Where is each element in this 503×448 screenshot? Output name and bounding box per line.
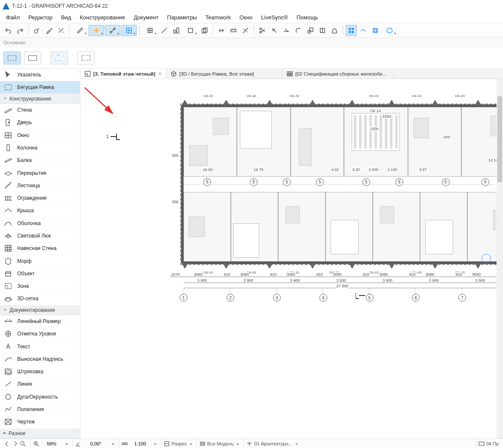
- layer-dropdown[interactable]: [294, 441, 298, 446]
- tool-railing[interactable]: Ограждение: [0, 192, 80, 204]
- toolbox-category-design[interactable]: Конструирование: [0, 94, 80, 104]
- toolbox-category-document[interactable]: Документирование: [0, 305, 80, 315]
- tool-beam[interactable]: Балка: [0, 154, 80, 167]
- tool-drawing[interactable]: Чертеж: [0, 416, 80, 428]
- marquee-rect-alt-button[interactable]: [77, 52, 95, 64]
- menu-teamwork[interactable]: Teamwork: [201, 13, 235, 22]
- zoom-icon[interactable]: [33, 441, 39, 447]
- zoom-dropdown[interactable]: [64, 441, 68, 446]
- tool-column[interactable]: Колонна: [0, 142, 80, 154]
- tab-3d[interactable]: [3D / Бегущая Рамка, Все этажи]: [166, 69, 282, 79]
- magic-wand-button[interactable]: [55, 25, 67, 36]
- section-dropdown[interactable]: [188, 441, 192, 446]
- tool-pointer[interactable]: Указатель: [0, 69, 80, 81]
- selection-dropdown[interactable]: [183, 25, 198, 36]
- fillet-button[interactable]: [293, 25, 304, 36]
- tab-close-button[interactable]: ×: [158, 70, 162, 77]
- model-dropdown[interactable]: [235, 441, 239, 446]
- intersect-button[interactable]: [281, 25, 292, 36]
- tool-polyline[interactable]: Полилиния: [0, 403, 80, 416]
- toolbox-category-more[interactable]: Разное: [0, 429, 80, 439]
- drawing-viewport[interactable]: 1: [80, 79, 503, 439]
- measure-button[interactable]: [159, 25, 170, 36]
- right-panel-value[interactable]: 04 Пр: [486, 441, 499, 446]
- tool-stair[interactable]: Лестница: [0, 180, 80, 192]
- menu-design[interactable]: Конструирование: [75, 13, 129, 22]
- menu-help[interactable]: Помощь: [292, 13, 322, 22]
- inplace-button[interactable]: [370, 25, 381, 36]
- edit-dim-button[interactable]: [228, 25, 239, 36]
- tool-fill[interactable]: Штриховка: [0, 366, 80, 378]
- nav-back-icon[interactable]: [4, 441, 10, 447]
- tool-wall[interactable]: Стена: [0, 104, 80, 116]
- tool-slab[interactable]: Перекрытие: [0, 167, 80, 179]
- cut-button[interactable]: [257, 25, 268, 36]
- tool-lineardim[interactable]: 1.2Линейный Размер: [0, 315, 80, 328]
- layer-value[interactable]: 01 Архитектурн...: [254, 441, 292, 446]
- angle-dropdown[interactable]: [110, 441, 114, 446]
- tab-schedule[interactable]: [02 Спецификация сборных железобе...: [282, 69, 394, 79]
- tool-text[interactable]: Текст: [0, 341, 80, 353]
- tool-zone[interactable]: Зона: [0, 280, 80, 293]
- tool-object[interactable]: Объект: [0, 268, 80, 280]
- eyedropper-button[interactable]: [43, 25, 55, 36]
- tool-marquee[interactable]: Бегущая Рамка: [0, 81, 80, 94]
- tool-morph[interactable]: Морф: [0, 255, 80, 267]
- zoom-fit-icon[interactable]: [20, 441, 26, 447]
- suspend-groups-button[interactable]: [171, 25, 182, 36]
- snap-guide-dropdown[interactable]: [89, 25, 104, 36]
- home-button[interactable]: [329, 25, 340, 36]
- menu-document[interactable]: Документ: [129, 13, 163, 22]
- trace-button[interactable]: [199, 25, 210, 36]
- grid-display-dropdown[interactable]: [142, 25, 158, 36]
- scale-value[interactable]: [129, 441, 151, 446]
- menu-editor[interactable]: Редактор: [24, 13, 57, 22]
- redo-button[interactable]: [15, 25, 26, 36]
- menu-window[interactable]: Окно: [235, 13, 257, 22]
- scale-dropdown[interactable]: [153, 441, 156, 446]
- undo-button[interactable]: [3, 25, 14, 36]
- tool-roof[interactable]: Крыша: [0, 204, 80, 217]
- snap-grid-dropdown[interactable]: [121, 25, 137, 36]
- split-button[interactable]: [317, 25, 328, 36]
- menu-view[interactable]: Вид: [57, 13, 76, 22]
- tool-line[interactable]: Линия: [0, 378, 80, 390]
- snap-point-dropdown[interactable]: [105, 25, 120, 36]
- xref-button[interactable]: [240, 25, 251, 36]
- tool-curtainwall[interactable]: Навесная Стена: [0, 242, 80, 255]
- marquee-rect-dashed-button[interactable]: [3, 52, 21, 64]
- menu-livesync[interactable]: LiveSync®: [257, 13, 292, 22]
- marquee-poly-button[interactable]: [51, 52, 68, 64]
- 3d-style-dropdown[interactable]: [382, 25, 397, 36]
- tool-mesh[interactable]: 3D-сетка: [0, 293, 80, 305]
- show-selection-button[interactable]: [346, 25, 357, 36]
- plan-icon: [85, 71, 91, 77]
- tool-door[interactable]: Дверь: [0, 116, 80, 129]
- section-value[interactable]: Разрез: [172, 441, 187, 446]
- model-filter-value[interactable]: Вся Модель: [207, 441, 233, 446]
- label-icon: A1: [3, 355, 13, 363]
- menu-options[interactable]: Параметры: [163, 13, 201, 22]
- adjust-button[interactable]: [269, 25, 280, 36]
- stair-icon: [3, 182, 13, 189]
- tool-label[interactable]: A1Выносная Надпись: [0, 353, 80, 366]
- align-button[interactable]: [216, 25, 227, 36]
- tool-skylight[interactable]: Световой Люк: [0, 230, 80, 242]
- mesh-icon: [3, 295, 13, 302]
- tool-shell[interactable]: Оболочка: [0, 217, 80, 230]
- tool-levelmark[interactable]: Отметка Уровня: [0, 328, 80, 340]
- title-bar: T-12-1 - GRAPHISOFT ARCHICAD-64 22: [0, 0, 503, 12]
- pick-button[interactable]: [31, 25, 43, 36]
- renovation-button[interactable]: [358, 25, 369, 36]
- tab-floorplan[interactable]: [3. Типовой этаж четный] ×: [80, 69, 166, 79]
- angle-value[interactable]: [83, 441, 109, 446]
- marquee-rect-solid-button[interactable]: [24, 52, 41, 64]
- vertical-scrollbar[interactable]: [497, 79, 503, 439]
- nav-fwd-icon[interactable]: [12, 441, 18, 447]
- tool-arc[interactable]: Дуга/Окружность: [0, 391, 80, 403]
- zoom-value[interactable]: [41, 441, 62, 446]
- tool-window[interactable]: Окно: [0, 129, 80, 142]
- ruler-dropdown[interactable]: [72, 25, 88, 36]
- menu-file[interactable]: Файл: [2, 13, 24, 22]
- resize-button[interactable]: [305, 25, 316, 36]
